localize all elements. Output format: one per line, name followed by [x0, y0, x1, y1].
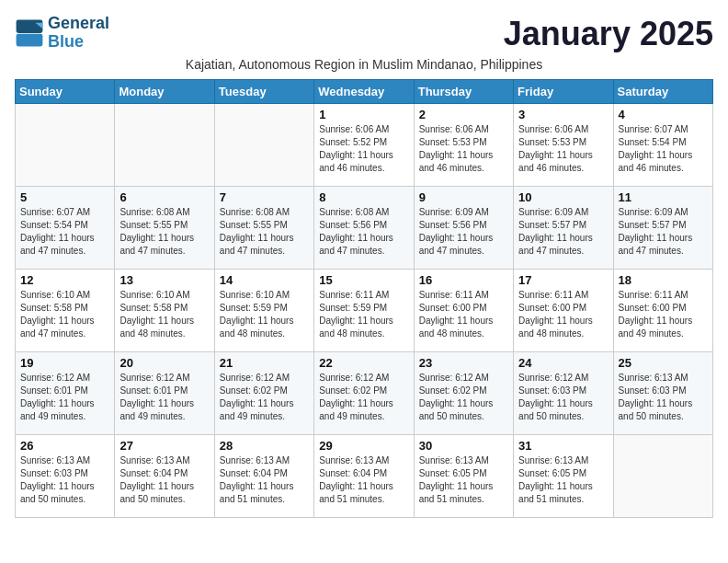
day-number: 28: [220, 439, 309, 453]
day-number: 15: [319, 273, 408, 287]
day-info: Sunrise: 6:13 AM Sunset: 6:05 PM Dayligh…: [518, 454, 608, 506]
calendar-cell: 8Sunrise: 6:08 AM Sunset: 5:56 PM Daylig…: [314, 187, 414, 270]
day-number: 20: [119, 356, 209, 370]
day-number: 10: [518, 190, 608, 204]
day-number: 18: [619, 273, 708, 287]
week-row-4: 19Sunrise: 6:12 AM Sunset: 6:01 PM Dayli…: [16, 352, 713, 435]
weekday-header-friday: Friday: [514, 80, 613, 104]
day-info: Sunrise: 6:12 AM Sunset: 6:02 PM Dayligh…: [319, 372, 408, 423]
day-number: 31: [518, 439, 608, 453]
day-number: 3: [518, 108, 608, 121]
calendar-cell: [613, 435, 712, 518]
day-info: Sunrise: 6:11 AM Sunset: 6:00 PM Dayligh…: [518, 289, 608, 340]
day-number: 12: [20, 273, 109, 287]
day-info: Sunrise: 6:11 AM Sunset: 6:00 PM Dayligh…: [619, 289, 708, 340]
day-number: 8: [319, 190, 408, 204]
logo-icon: [15, 18, 44, 48]
calendar-cell: 1Sunrise: 6:06 AM Sunset: 5:52 PM Daylig…: [314, 104, 414, 187]
day-info: Sunrise: 6:09 AM Sunset: 5:57 PM Dayligh…: [619, 206, 708, 258]
day-info: Sunrise: 6:12 AM Sunset: 6:02 PM Dayligh…: [220, 372, 309, 423]
day-number: 29: [319, 439, 408, 453]
weekday-header-monday: Monday: [115, 80, 214, 104]
calendar-cell: 22Sunrise: 6:12 AM Sunset: 6:02 PM Dayli…: [314, 352, 414, 435]
day-number: 25: [619, 356, 708, 370]
calendar-cell: 17Sunrise: 6:11 AM Sunset: 6:00 PM Dayli…: [514, 270, 613, 352]
day-info: Sunrise: 6:13 AM Sunset: 6:04 PM Dayligh…: [319, 454, 408, 506]
week-row-5: 26Sunrise: 6:13 AM Sunset: 6:03 PM Dayli…: [16, 435, 713, 518]
day-number: 2: [419, 108, 508, 121]
weekday-header-thursday: Thursday: [414, 80, 513, 104]
week-row-1: 1Sunrise: 6:06 AM Sunset: 5:52 PM Daylig…: [16, 104, 713, 187]
calendar-cell: [16, 104, 115, 187]
calendar-subtitle: Kajatian, Autonomous Region in Muslim Mi…: [15, 57, 713, 72]
day-info: Sunrise: 6:13 AM Sunset: 6:03 PM Dayligh…: [619, 372, 708, 423]
day-number: 14: [220, 273, 309, 287]
day-number: 5: [20, 190, 109, 204]
svg-rect-0: [17, 19, 43, 32]
calendar-cell: 9Sunrise: 6:09 AM Sunset: 5:56 PM Daylig…: [414, 187, 513, 270]
calendar-cell: 4Sunrise: 6:07 AM Sunset: 5:54 PM Daylig…: [613, 104, 712, 187]
day-info: Sunrise: 6:13 AM Sunset: 6:05 PM Dayligh…: [419, 454, 508, 506]
calendar-cell: 19Sunrise: 6:12 AM Sunset: 6:01 PM Dayli…: [16, 352, 115, 435]
day-info: Sunrise: 6:13 AM Sunset: 6:04 PM Dayligh…: [119, 454, 209, 506]
day-info: Sunrise: 6:12 AM Sunset: 6:03 PM Dayligh…: [518, 372, 608, 423]
day-number: 16: [419, 273, 508, 287]
calendar-cell: 29Sunrise: 6:13 AM Sunset: 6:04 PM Dayli…: [314, 435, 414, 518]
week-row-3: 12Sunrise: 6:10 AM Sunset: 5:58 PM Dayli…: [16, 270, 713, 352]
calendar-cell: 3Sunrise: 6:06 AM Sunset: 5:53 PM Daylig…: [514, 104, 613, 187]
day-info: Sunrise: 6:08 AM Sunset: 5:56 PM Dayligh…: [319, 206, 408, 258]
calendar-table: SundayMondayTuesdayWednesdayThursdayFrid…: [15, 79, 713, 518]
calendar-cell: 20Sunrise: 6:12 AM Sunset: 6:01 PM Dayli…: [115, 352, 214, 435]
calendar-cell: 2Sunrise: 6:06 AM Sunset: 5:53 PM Daylig…: [414, 104, 513, 187]
weekday-header-wednesday: Wednesday: [314, 80, 414, 104]
calendar-cell: 5Sunrise: 6:07 AM Sunset: 5:54 PM Daylig…: [16, 187, 115, 270]
weekday-header-saturday: Saturday: [613, 80, 712, 104]
day-info: Sunrise: 6:09 AM Sunset: 5:57 PM Dayligh…: [518, 206, 608, 258]
logo: General Blue: [15, 15, 109, 52]
day-number: 23: [419, 356, 508, 370]
calendar-cell: 31Sunrise: 6:13 AM Sunset: 6:05 PM Dayli…: [514, 435, 613, 518]
day-number: 1: [319, 108, 408, 121]
day-number: 7: [220, 190, 309, 204]
day-info: Sunrise: 6:07 AM Sunset: 5:54 PM Dayligh…: [20, 206, 109, 258]
day-info: Sunrise: 6:12 AM Sunset: 6:02 PM Dayligh…: [419, 372, 508, 423]
day-number: 22: [319, 356, 408, 370]
calendar-cell: 16Sunrise: 6:11 AM Sunset: 6:00 PM Dayli…: [414, 270, 513, 352]
calendar-cell: 28Sunrise: 6:13 AM Sunset: 6:04 PM Dayli…: [214, 435, 313, 518]
day-info: Sunrise: 6:10 AM Sunset: 5:59 PM Dayligh…: [220, 289, 309, 340]
week-row-2: 5Sunrise: 6:07 AM Sunset: 5:54 PM Daylig…: [16, 187, 713, 270]
day-number: 9: [419, 190, 508, 204]
calendar-cell: 21Sunrise: 6:12 AM Sunset: 6:02 PM Dayli…: [214, 352, 313, 435]
calendar-cell: 15Sunrise: 6:11 AM Sunset: 5:59 PM Dayli…: [314, 270, 414, 352]
day-info: Sunrise: 6:13 AM Sunset: 6:04 PM Dayligh…: [220, 454, 309, 506]
day-number: 6: [119, 190, 209, 204]
calendar-cell: 18Sunrise: 6:11 AM Sunset: 6:00 PM Dayli…: [613, 270, 712, 352]
calendar-cell: 11Sunrise: 6:09 AM Sunset: 5:57 PM Dayli…: [613, 187, 712, 270]
day-number: 13: [119, 273, 209, 287]
calendar-cell: 12Sunrise: 6:10 AM Sunset: 5:58 PM Dayli…: [16, 270, 115, 352]
day-info: Sunrise: 6:08 AM Sunset: 5:55 PM Dayligh…: [220, 206, 309, 258]
day-info: Sunrise: 6:10 AM Sunset: 5:58 PM Dayligh…: [119, 289, 209, 340]
day-info: Sunrise: 6:07 AM Sunset: 5:54 PM Dayligh…: [619, 123, 708, 175]
calendar-cell: 7Sunrise: 6:08 AM Sunset: 5:55 PM Daylig…: [214, 187, 313, 270]
day-info: Sunrise: 6:09 AM Sunset: 5:56 PM Dayligh…: [419, 206, 508, 258]
day-number: 19: [20, 356, 109, 370]
calendar-cell: 6Sunrise: 6:08 AM Sunset: 5:55 PM Daylig…: [115, 187, 214, 270]
weekday-header-row: SundayMondayTuesdayWednesdayThursdayFrid…: [16, 80, 713, 104]
day-info: Sunrise: 6:12 AM Sunset: 6:01 PM Dayligh…: [119, 372, 209, 423]
calendar-cell: 13Sunrise: 6:10 AM Sunset: 5:58 PM Dayli…: [115, 270, 214, 352]
logo-text: General Blue: [48, 15, 109, 52]
day-info: Sunrise: 6:08 AM Sunset: 5:55 PM Dayligh…: [119, 206, 209, 258]
day-info: Sunrise: 6:11 AM Sunset: 5:59 PM Dayligh…: [319, 289, 408, 340]
day-info: Sunrise: 6:11 AM Sunset: 6:00 PM Dayligh…: [419, 289, 508, 340]
day-info: Sunrise: 6:12 AM Sunset: 6:01 PM Dayligh…: [20, 372, 109, 423]
day-number: 17: [518, 273, 608, 287]
day-info: Sunrise: 6:10 AM Sunset: 5:58 PM Dayligh…: [20, 289, 109, 340]
calendar-title: January 2025: [504, 15, 713, 53]
day-number: 30: [419, 439, 508, 453]
day-number: 4: [619, 108, 708, 121]
calendar-cell: 24Sunrise: 6:12 AM Sunset: 6:03 PM Dayli…: [514, 352, 613, 435]
day-number: 11: [619, 190, 708, 204]
day-info: Sunrise: 6:06 AM Sunset: 5:53 PM Dayligh…: [518, 123, 608, 175]
svg-rect-1: [17, 34, 43, 47]
